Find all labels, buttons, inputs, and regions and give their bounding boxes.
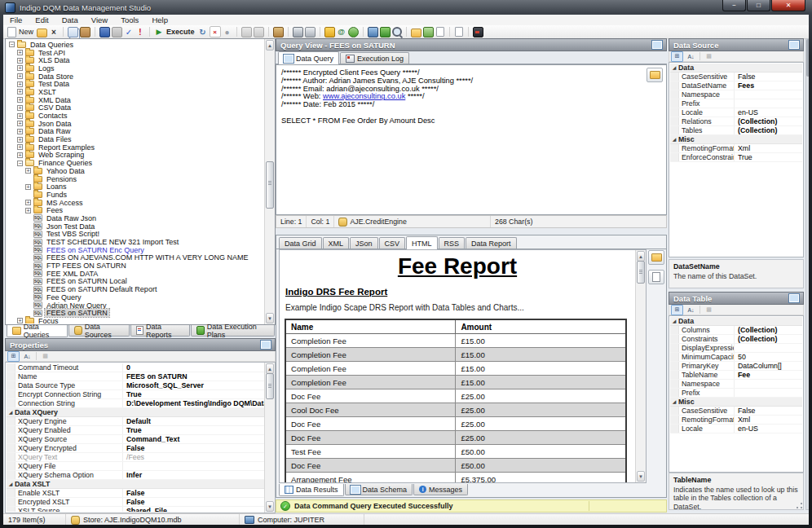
property-row[interactable]: RemotingFormatXml bbox=[670, 416, 802, 425]
tree-item[interactable]: SQLTest VBS Script! bbox=[7, 231, 263, 239]
expand-icon[interactable]: + bbox=[17, 50, 23, 55]
tree-item[interactable]: −Finance Queries bbox=[7, 159, 263, 167]
tree-item[interactable]: −Data Queries bbox=[7, 41, 263, 49]
expand-icon[interactable]: + bbox=[17, 113, 23, 119]
tab-html[interactable]: HTML bbox=[406, 236, 438, 249]
sql-editor[interactable]: /****** Encrypted Client Fees Query ****… bbox=[276, 64, 667, 215]
tree-item[interactable]: +XLS Data bbox=[7, 56, 263, 64]
property-pages-icon[interactable]: ▩ bbox=[703, 51, 715, 62]
tab-data-grid[interactable]: Data Grid bbox=[279, 237, 322, 249]
tree-item[interactable]: +Test Data bbox=[7, 80, 263, 88]
new-button-label[interactable]: New bbox=[19, 28, 33, 36]
expand-icon[interactable]: + bbox=[17, 105, 23, 111]
tree-item[interactable]: +Data Files bbox=[7, 135, 263, 143]
property-row[interactable]: PrimaryKeyDataColumn[] bbox=[670, 362, 802, 371]
properties-scrollbar[interactable]: ▲ ▼ bbox=[264, 363, 275, 513]
delete-icon[interactable]: × bbox=[49, 27, 59, 37]
tree-item[interactable]: SQLFEES on SATURN Enc Query bbox=[7, 246, 263, 254]
property-row[interactable]: Tables(Collection) bbox=[670, 126, 802, 135]
minimize-button[interactable]: − bbox=[722, 0, 746, 11]
menu-view[interactable]: View bbox=[85, 15, 114, 25]
property-row[interactable]: Command Timeout0 bbox=[7, 363, 264, 372]
property-category[interactable]: ◢Misc bbox=[670, 135, 802, 144]
execute-icon[interactable]: ▶ bbox=[154, 27, 164, 37]
tree-item[interactable]: +Fees bbox=[7, 206, 263, 214]
property-row[interactable]: XQuery SourceCommand_Text bbox=[7, 435, 264, 444]
pin-panel-icon[interactable] bbox=[789, 41, 799, 49]
property-row[interactable]: Constraints(Collection) bbox=[670, 335, 802, 344]
pin-panel-icon[interactable] bbox=[789, 294, 799, 302]
tab-data-reports[interactable]: Data Reports bbox=[130, 325, 190, 337]
property-row[interactable]: XQuery EngineDefault bbox=[7, 417, 264, 426]
property-row[interactable]: Relations(Collection) bbox=[670, 117, 802, 126]
expand-icon[interactable]: + bbox=[17, 121, 23, 126]
tree-item[interactable]: +Data Store bbox=[7, 73, 263, 81]
web-icon[interactable] bbox=[348, 27, 359, 37]
tree-item[interactable]: +MS Access bbox=[7, 199, 263, 207]
tree-item[interactable]: SQLFTP FEES ON SATURN bbox=[7, 262, 263, 270]
tree-item[interactable]: SQLAdrian New Query bbox=[7, 301, 263, 310]
property-row[interactable]: XQuery EncryptedFalse bbox=[7, 444, 264, 453]
email-icon[interactable]: @ bbox=[337, 27, 346, 37]
property-row[interactable]: Encrypted XSLTFalse bbox=[7, 498, 264, 507]
print-icon[interactable] bbox=[293, 27, 303, 37]
tree-item[interactable]: SQLJson Test Data bbox=[7, 222, 263, 231]
property-row[interactable]: TableNameFee bbox=[670, 371, 802, 380]
property-category[interactable]: ◢Data bbox=[670, 317, 802, 326]
open-icon[interactable] bbox=[37, 27, 47, 37]
property-row[interactable]: CaseSensitiveFalse bbox=[670, 407, 802, 416]
pin-panel-icon[interactable] bbox=[261, 341, 271, 349]
tree-item[interactable]: +XSLT bbox=[7, 88, 263, 96]
tree-item[interactable]: SQLFEES on SATURN bbox=[7, 309, 263, 317]
tab-data-results[interactable]: Data Results bbox=[279, 484, 344, 496]
expand-icon[interactable]: + bbox=[17, 152, 23, 158]
exit-icon[interactable] bbox=[473, 27, 483, 37]
tree-item[interactable]: +Loans bbox=[7, 183, 263, 191]
expand-icon[interactable]: + bbox=[17, 58, 23, 64]
expand-icon[interactable]: + bbox=[17, 89, 23, 95]
property-row[interactable]: Encrypt Connection StringTrue bbox=[7, 390, 264, 399]
folders-icon[interactable] bbox=[411, 27, 421, 37]
property-row[interactable]: XQuery File bbox=[7, 462, 264, 471]
property-row[interactable]: MinimumCapacity50 bbox=[670, 353, 802, 362]
property-category[interactable]: ◢Misc bbox=[670, 398, 802, 407]
property-row[interactable]: Data Source TypeMicrosoft_SQL_Server bbox=[7, 381, 264, 390]
new-button[interactable] bbox=[7, 27, 16, 37]
tab-data-sources[interactable]: Data Sources bbox=[68, 325, 130, 337]
menu-edit[interactable]: Edit bbox=[29, 15, 55, 25]
print-preview-icon[interactable] bbox=[305, 27, 316, 37]
copy-icon[interactable] bbox=[68, 27, 78, 37]
property-category[interactable]: ◢Data XSLT bbox=[7, 480, 264, 489]
right-panel-scrollbar[interactable] bbox=[805, 38, 809, 510]
expand-icon[interactable]: + bbox=[17, 65, 23, 71]
lock-icon[interactable] bbox=[324, 27, 335, 37]
categorize-icon[interactable]: ⊞ bbox=[671, 51, 683, 62]
validate-icon[interactable]: ✓ bbox=[124, 27, 134, 37]
property-row[interactable]: DisplayExpression bbox=[670, 344, 802, 353]
tree-item[interactable]: +Report Examples bbox=[7, 143, 263, 152]
expand-icon[interactable]: + bbox=[25, 184, 31, 190]
tab-data-queries[interactable]: Data Queries bbox=[7, 325, 68, 337]
save-icon[interactable] bbox=[99, 27, 110, 37]
duplicate-icon[interactable] bbox=[254, 27, 264, 37]
expand-icon[interactable]: + bbox=[25, 208, 31, 213]
float-panel-icon[interactable] bbox=[652, 41, 662, 49]
property-pages-icon[interactable]: ▩ bbox=[703, 305, 715, 315]
property-row[interactable]: Namespace bbox=[670, 90, 802, 99]
tab-csv[interactable]: CSV bbox=[379, 237, 406, 249]
tree-item[interactable]: +Test API bbox=[7, 49, 263, 57]
open-report-button[interactable] bbox=[648, 250, 664, 265]
scroll-down-icon[interactable]: ▼ bbox=[266, 501, 274, 512]
tree-item[interactable]: +Yahoo Data bbox=[7, 167, 263, 175]
tab-rss[interactable]: RSS bbox=[439, 237, 466, 249]
copy-pages-icon[interactable] bbox=[368, 27, 378, 37]
property-row[interactable]: Connection StringD:\Development Testing\… bbox=[7, 399, 264, 408]
tree-item[interactable]: SQLFEES on SATURN Local bbox=[7, 278, 263, 286]
collapse-icon[interactable]: − bbox=[9, 42, 15, 47]
resize-grip[interactable] bbox=[797, 503, 802, 508]
property-row[interactable]: Enable XSLTFalse bbox=[7, 489, 264, 498]
search-icon[interactable] bbox=[392, 27, 402, 37]
property-row[interactable]: XQuery EnabledTrue bbox=[7, 426, 264, 435]
tree-item[interactable]: +Data Raw bbox=[7, 128, 263, 136]
tree-item[interactable]: SQLFEES on SATURN Default Report bbox=[7, 285, 263, 293]
